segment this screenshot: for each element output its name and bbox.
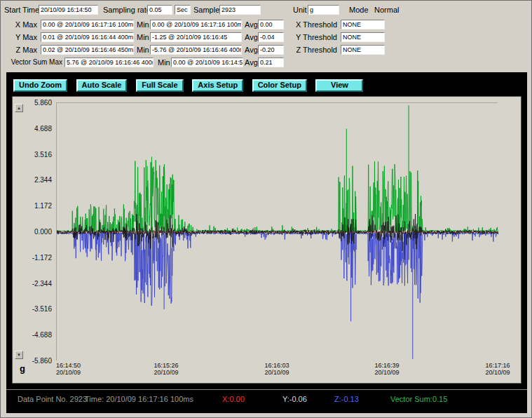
app-window: Start Time 20/10/09 16:14:50 Sampling ra… xyxy=(0,0,532,418)
y-axis-tick-label: 0.000 xyxy=(13,228,52,236)
waveform-chart xyxy=(57,103,498,361)
status-bar: Data Point No. 2923 Time: 20/10/09 16:17… xyxy=(6,389,527,410)
tick-time: 16:15:26 xyxy=(154,362,178,369)
full-scale-button[interactable]: Full Scale xyxy=(136,79,184,92)
vector-sum-min-value: 0.00 @ 20/10/09 16:14:50 xyxy=(171,58,243,67)
axis-setup-button[interactable]: Axis Setup xyxy=(192,79,243,92)
tick-time: 16:16:03 xyxy=(264,362,289,369)
mode-label: Mode xyxy=(349,5,369,15)
undo-zoom-button[interactable]: Undo Zoom xyxy=(13,79,67,92)
y-axis-tick-label: 1.172 xyxy=(13,202,52,210)
sampling-rate-value: 0.05 xyxy=(147,5,172,15)
start-time-label: Start Time xyxy=(4,5,39,15)
data-point-status: Data Point No. 2923 xyxy=(18,390,87,408)
z-max-label: Z Max xyxy=(2,45,37,55)
min-label: Min xyxy=(137,20,149,29)
z-max-value: 0.02 @ 20/10/09 16:16:46 450ms xyxy=(41,45,134,55)
general-info-row: Start Time 20/10/09 16:14:50 Sampling ra… xyxy=(2,5,530,15)
x-axis-tick-label: 16:16:39 20/10/09 xyxy=(374,362,399,376)
y-axis-tick-label: -3.516 xyxy=(13,305,52,313)
tick-date: 20/10/09 xyxy=(374,369,399,376)
samples-value: 2923 xyxy=(219,5,261,15)
unit-value: g xyxy=(308,5,339,15)
tick-date: 20/10/09 xyxy=(56,369,81,376)
view-button[interactable]: View xyxy=(315,79,363,92)
tick-time: 16:14:50 xyxy=(56,362,81,369)
mode-value: Normal xyxy=(374,5,399,15)
y-axis-tick-label: -4.688 xyxy=(13,331,52,339)
y-axis-tick-label: -1.172 xyxy=(13,254,52,262)
x-axis-tick-label: 16:16:03 20/10/09 xyxy=(264,362,289,376)
vector-sum-max-label: Vector Sum Max xyxy=(4,58,62,67)
z-value-status: Z:-0.13 xyxy=(334,390,359,408)
y-max-value: 0.01 @ 20/10/09 16:16:44 400ms xyxy=(41,32,134,42)
vector-sum-value-status: Vector Sum:0.15 xyxy=(390,390,447,408)
sampling-rate-label: Sampling rate xyxy=(103,5,151,15)
x-axis-tick-label: 16:14:50 20/10/09 xyxy=(56,362,81,376)
y-max-label: Y Max xyxy=(2,32,37,42)
x-min-value: 0.00 @ 20/10/09 16:17:16 100ms xyxy=(150,20,242,29)
x-value-status: X:0.00 xyxy=(222,390,245,408)
y-value-status: Y:-0.06 xyxy=(282,390,307,408)
avg-label: Avg xyxy=(245,20,258,29)
y-axis-scroll-up-button[interactable]: ▲ xyxy=(15,104,23,112)
x-stats-row: X Max 0.00 @ 20/10/09 16:17:16 100ms Min… xyxy=(2,20,530,29)
tick-time: 16:16:39 xyxy=(374,362,399,369)
min-label: Min xyxy=(158,58,170,67)
avg-label: Avg xyxy=(245,32,258,42)
tick-date: 20/10/09 xyxy=(264,369,289,376)
stats-panel: Start Time 20/10/09 16:14:50 Sampling ra… xyxy=(1,1,531,72)
x-avg-value: 0.00 xyxy=(258,20,284,29)
z-threshold-label: Z Threshold xyxy=(292,45,337,55)
waveform-plot-area[interactable] xyxy=(56,102,498,360)
auto-scale-button[interactable]: Auto Scale xyxy=(76,79,128,92)
avg-label: Avg xyxy=(245,45,258,55)
y-stats-row: Y Max 0.01 @ 20/10/09 16:16:44 400ms Min… xyxy=(2,32,530,42)
vector-sum-max-value: 5.76 @ 20/10/09 16:16:46 400ms xyxy=(64,58,154,67)
start-time-value: 20/10/09 16:14:50 xyxy=(39,5,98,15)
y-axis-unit-label: g xyxy=(20,363,25,374)
sampling-rate-unit[interactable]: Sec xyxy=(175,5,191,15)
x-max-value: 0.00 @ 20/10/09 16:17:16 100ms xyxy=(41,20,134,29)
unit-label: Unit xyxy=(293,5,307,15)
x-threshold-value: NONE xyxy=(341,20,385,29)
chart-toolbar: Undo Zoom Auto Scale Full Scale Axis Set… xyxy=(13,78,369,92)
z-stats-row: Z Max 0.02 @ 20/10/09 16:16:46 450ms Min… xyxy=(2,45,530,55)
time-status: Time: 20/10/09 16:17:16 100ms xyxy=(85,390,193,408)
y-threshold-label: Y Threshold xyxy=(292,32,337,42)
y-axis-tick-label: -2.344 xyxy=(13,280,52,288)
avg-label: Avg xyxy=(245,58,258,67)
tick-date: 20/10/09 xyxy=(154,369,178,376)
vector-sum-stats-row: Vector Sum Max 5.76 @ 20/10/09 16:16:46 … xyxy=(2,58,530,67)
x-axis-tick-label: 16:15:26 20/10/09 xyxy=(154,362,178,376)
x-threshold-label: X Threshold xyxy=(292,20,337,29)
y-axis-tick-label: 4.688 xyxy=(13,125,52,133)
y-threshold-value: NONE xyxy=(341,32,385,42)
color-setup-button[interactable]: Color Setup xyxy=(252,79,307,92)
y-axis-tick-label: 2.344 xyxy=(13,176,52,184)
y-axis-tick-label: 3.516 xyxy=(13,151,52,159)
chart-panel: 5.860 4.688 3.516 2.344 1.172 0.000 -1.1… xyxy=(12,96,521,384)
z-threshold-value: NONE xyxy=(341,45,385,55)
min-label: Min xyxy=(137,45,149,55)
y-axis-scroll-down-button[interactable]: ▼ xyxy=(15,351,23,359)
tick-date: 20/10/09 xyxy=(485,369,510,376)
x-axis-tick-label: 16:17:16 20/10/09 xyxy=(485,362,510,376)
x-max-label: X Max xyxy=(2,20,37,29)
vector-sum-avg-value: 0.21 xyxy=(258,58,284,67)
tick-time: 16:17:16 xyxy=(485,362,510,369)
z-avg-value: -0.20 xyxy=(258,45,284,55)
min-label: Min xyxy=(137,32,149,42)
y-min-value: -1.25 @ 20/10/09 16:16:45 xyxy=(150,32,242,42)
y-avg-value: -0.04 xyxy=(258,32,284,42)
chart-main-panel: Undo Zoom Auto Scale Full Scale Axis Set… xyxy=(6,72,527,413)
z-min-value: -5.76 @ 20/10/09 16:16:46 400ms xyxy=(150,45,242,55)
